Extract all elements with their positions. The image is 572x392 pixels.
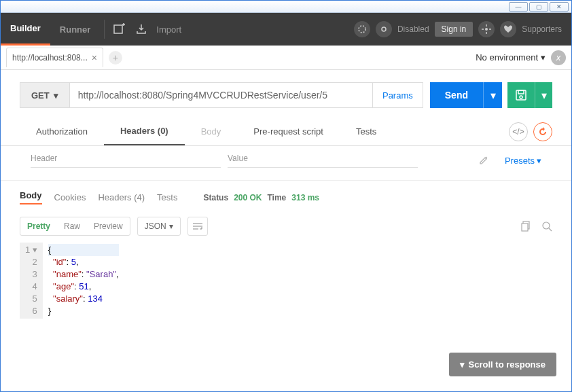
settings-icon[interactable]: [478, 21, 495, 37]
response-tab-cookies[interactable]: Cookies: [54, 192, 86, 202]
environment-label: No environment: [476, 52, 538, 63]
tab-body[interactable]: Body: [185, 118, 238, 145]
code-content[interactable]: { "id": 5, "name": "Sarah", "age": 51, "…: [43, 243, 124, 319]
status-value: 200 OK: [234, 193, 262, 202]
code-line: "salary": 134: [48, 293, 119, 305]
presets-dropdown[interactable]: Presets ▾: [505, 156, 541, 166]
view-mode-group: Pretty Raw Preview: [20, 217, 130, 236]
tab-prerequest[interactable]: Pre-request script: [237, 118, 340, 145]
request-url-row: GET ▾ Params Send ▾ ▾: [1, 70, 571, 118]
svg-line-15: [549, 228, 552, 231]
status-block: Status 200 OK Time 313 ms: [203, 193, 319, 202]
reset-icon[interactable]: [533, 122, 552, 141]
code-line: "id": 5,: [48, 256, 119, 268]
code-line: }: [48, 305, 119, 317]
line-gutter: 1 ▾23456: [20, 243, 43, 319]
save-button[interactable]: [507, 82, 535, 108]
response-body-viewer: 1 ▾23456 { "id": 5, "name": "Sarah", "ag…: [1, 243, 571, 332]
builder-tab[interactable]: Builder: [1, 13, 50, 46]
request-tab[interactable]: http://localhost:808... ×: [6, 48, 103, 67]
response-toolbar: Pretty Raw Preview JSON ▾: [1, 210, 571, 243]
env-quicklook-icon[interactable]: x: [551, 50, 566, 65]
chevron-down-icon: ▾: [537, 156, 541, 166]
response-tabs: Body Cookies Headers (4) Tests Status 20…: [1, 181, 571, 210]
chevron-down-icon: ▾: [54, 90, 58, 101]
request-tabs-row: http://localhost:808... × + No environme…: [1, 46, 571, 70]
add-tab-button[interactable]: +: [109, 51, 122, 65]
response-tab-tests[interactable]: Tests: [157, 192, 177, 202]
time-label: Time: [268, 193, 287, 202]
method-selector[interactable]: GET ▾: [20, 82, 69, 108]
response-tab-headers[interactable]: Headers (4): [98, 192, 145, 202]
raw-button[interactable]: Raw: [57, 217, 87, 235]
pretty-button[interactable]: Pretty: [20, 217, 57, 235]
request-tab-label: http://localhost:808...: [12, 53, 88, 63]
maximize-button[interactable]: ▢: [529, 2, 548, 12]
time-value: 313 ms: [291, 193, 319, 202]
top-toolbar: Builder Runner Import Disabled Sign in: [1, 13, 571, 46]
save-dropdown[interactable]: ▾: [535, 82, 552, 108]
heart-icon[interactable]: [500, 21, 516, 37]
code-line: "name": "Sarah",: [48, 268, 119, 281]
divider: [104, 20, 105, 39]
method-label: GET: [31, 90, 50, 101]
headers-editor: Header Value Presets ▾: [1, 146, 571, 181]
status-label: Status: [203, 193, 228, 202]
import-icon[interactable]: [130, 18, 152, 40]
sign-in-button[interactable]: Sign in: [435, 22, 473, 37]
code-line: {: [48, 244, 119, 256]
interceptor-icon[interactable]: [354, 21, 370, 37]
response-tab-body[interactable]: Body: [20, 190, 42, 204]
code-icon[interactable]: </>: [509, 122, 528, 141]
svg-point-3: [359, 26, 365, 33]
header-column-label: Header: [31, 154, 221, 168]
import-label[interactable]: Import: [156, 24, 181, 35]
send-dropdown[interactable]: ▾: [483, 82, 502, 108]
svg-point-4: [382, 27, 386, 31]
svg-rect-0: [114, 25, 122, 33]
tab-authorization[interactable]: Authorization: [20, 118, 104, 145]
minimize-button[interactable]: —: [509, 2, 528, 12]
close-tab-icon[interactable]: ×: [92, 52, 97, 63]
svg-point-5: [485, 28, 488, 31]
supporters-label: Supporters: [522, 24, 562, 34]
svg-point-14: [543, 222, 550, 229]
close-window-button[interactable]: ✕: [550, 2, 569, 12]
svg-rect-7: [518, 90, 524, 94]
edit-icon[interactable]: [476, 153, 491, 168]
environment-selector[interactable]: No environment ▾: [476, 52, 546, 63]
svg-rect-13: [522, 224, 528, 231]
chevron-down-icon: ▾: [460, 359, 465, 370]
chevron-down-icon: ▾: [169, 221, 173, 231]
params-button[interactable]: Params: [373, 82, 423, 108]
wrap-lines-button[interactable]: [187, 217, 208, 236]
sync-icon[interactable]: [376, 21, 392, 37]
send-button[interactable]: Send: [430, 82, 483, 108]
scroll-to-response-button[interactable]: ▾ Scroll to response: [449, 353, 556, 376]
value-column-label: Value: [228, 154, 418, 168]
window-titlebar: — ▢ ✕: [1, 1, 571, 13]
runner-tab[interactable]: Runner: [50, 13, 101, 46]
url-input[interactable]: [69, 82, 373, 108]
copy-icon[interactable]: [521, 221, 532, 232]
sync-status: Disabled: [397, 24, 429, 34]
new-window-icon[interactable]: [109, 18, 130, 40]
preview-button[interactable]: Preview: [87, 217, 130, 235]
tab-headers[interactable]: Headers (0): [104, 118, 185, 145]
code-line: "age": 51,: [48, 281, 119, 293]
scroll-label: Scroll to response: [469, 359, 546, 370]
format-selector[interactable]: JSON ▾: [137, 217, 181, 236]
chevron-down-icon: ▾: [541, 52, 546, 63]
format-label: JSON: [145, 221, 166, 231]
svg-point-8: [520, 96, 522, 99]
presets-label: Presets: [505, 156, 535, 166]
app-window: — ▢ ✕ Builder Runner Import Disabled S: [0, 0, 572, 392]
search-icon[interactable]: [541, 221, 552, 232]
request-subtabs: Authorization Headers (0) Body Pre-reque…: [1, 118, 571, 146]
tab-tests[interactable]: Tests: [340, 118, 393, 145]
